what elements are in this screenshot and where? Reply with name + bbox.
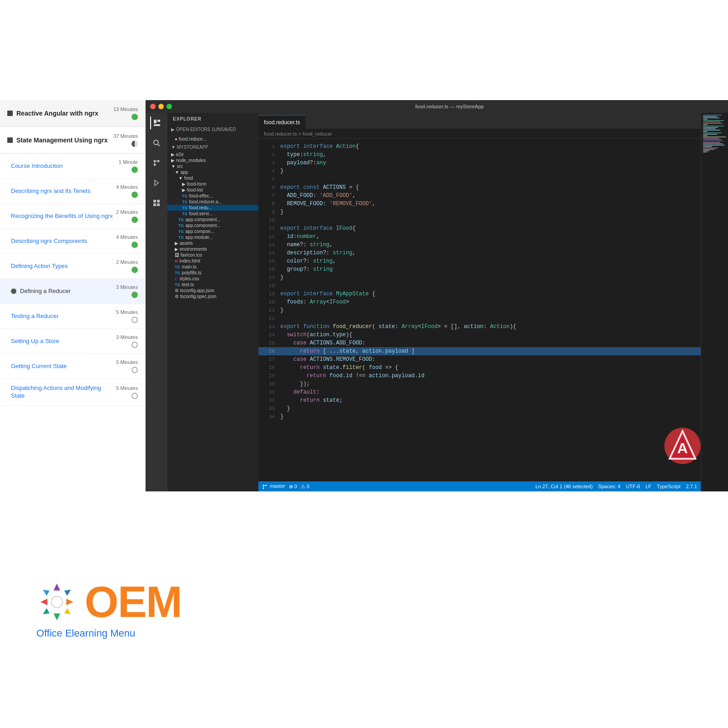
file-tsconfig-spec[interactable]: ⚙ tsconfig.spec.json bbox=[167, 293, 258, 299]
editor-area: food.reducer.ts — myStoreApp bbox=[146, 100, 728, 491]
version: 2.7.1 bbox=[686, 484, 697, 489]
lesson-testing-reducer[interactable]: Testing a Reducer 5 Minutes bbox=[0, 304, 145, 329]
file-food-service[interactable]: TS food.servi... bbox=[167, 211, 258, 217]
lesson-title: Course Introduction bbox=[11, 162, 62, 170]
file-food-effect[interactable]: TS food-effec... bbox=[167, 193, 258, 199]
oem-subtitle-area: Office Elearning Menu bbox=[36, 627, 135, 639]
file-app-module[interactable]: TS app.module... bbox=[167, 234, 258, 240]
lesson-duration: 5 Minutes bbox=[116, 309, 138, 315]
file-test-ts[interactable]: TS test.ts bbox=[167, 282, 258, 288]
file-favicon[interactable]: 🖼 favicon.ico bbox=[167, 252, 258, 258]
folder-app[interactable]: ▼ app bbox=[167, 169, 258, 175]
section-expand-icon bbox=[7, 137, 13, 143]
search-icon[interactable] bbox=[150, 136, 163, 149]
file-tsconfig-app[interactable]: ⚙ tsconfig.app.json bbox=[167, 288, 258, 293]
lesson-dispatching-actions[interactable]: Dispatching Actions and Modifying State … bbox=[0, 379, 145, 406]
svg-rect-9 bbox=[157, 200, 160, 202]
status-dot-green bbox=[131, 114, 138, 120]
code-editor: food.reducer.ts food.reducer.ts > food_r… bbox=[258, 113, 701, 491]
file-food-reducer[interactable]: TS food.redu... bbox=[167, 205, 258, 211]
editor-tabs: food.reducer.ts bbox=[258, 113, 701, 129]
section-state-management[interactable]: State Management Using ngrx 37 Minutes bbox=[0, 127, 145, 154]
status-dot bbox=[131, 192, 138, 198]
folder-assets[interactable]: ▶ assets bbox=[167, 240, 258, 246]
lesson-defining-reducer[interactable]: Defining a Reducer 3 Minutes bbox=[0, 279, 145, 304]
file-food-reducer-a[interactable]: TS food.reducer.a... bbox=[167, 199, 258, 205]
close-button[interactable] bbox=[150, 104, 156, 109]
git-icon[interactable] bbox=[150, 157, 163, 169]
svg-rect-11 bbox=[157, 203, 160, 206]
active-bullet bbox=[11, 288, 16, 294]
activity-bar bbox=[146, 113, 167, 491]
folder-e2e[interactable]: ▶ e2e bbox=[167, 152, 258, 157]
code-content[interactable]: 1export interface Action{ 2 type:string,… bbox=[258, 139, 701, 481]
svg-marker-20 bbox=[63, 587, 72, 596]
folder-food-form[interactable]: ▶ food-form bbox=[167, 181, 258, 187]
code-line: 27 case ACTIONS.REMOVE_FOOD: bbox=[258, 355, 701, 364]
status-dot bbox=[131, 167, 138, 173]
status-bar: master ⊗ 0 ⚠ 0 Ln 27, Col 1 (46 selected… bbox=[258, 481, 701, 491]
top-space bbox=[0, 0, 728, 100]
svg-point-14 bbox=[263, 487, 264, 489]
lesson-setting-up-store[interactable]: Setting Up a Store 3 Minutes bbox=[0, 329, 145, 354]
file-app-component-3[interactable]: TS app.compon... bbox=[167, 228, 258, 234]
lesson-describing-components[interactable]: Describing ngrx Components 4 Minutes bbox=[0, 229, 145, 254]
file-main-ts[interactable]: TS main.ts bbox=[167, 264, 258, 270]
active-tab[interactable]: food.reducer.ts bbox=[258, 115, 306, 129]
svg-marker-19 bbox=[54, 584, 60, 591]
oem-top: OEM bbox=[36, 580, 182, 624]
lesson-title: Recognizing the Benefits of Using ngrx bbox=[11, 212, 113, 220]
file-index-html[interactable]: H index.html bbox=[167, 258, 258, 264]
code-line: 11export interface IFood{ bbox=[258, 224, 701, 233]
lesson-title: Describing ngrx and Its Tenets bbox=[11, 187, 91, 195]
file-polyfills[interactable]: TS polyfills.ts bbox=[167, 270, 258, 276]
svg-point-5 bbox=[154, 160, 156, 162]
svg-rect-2 bbox=[154, 124, 160, 126]
lesson-duration: 4 Minutes bbox=[116, 184, 138, 190]
file-app-component-1[interactable]: TS app.component... bbox=[167, 217, 258, 222]
svg-marker-26 bbox=[42, 587, 51, 596]
svg-point-3 bbox=[154, 140, 158, 145]
lesson-course-intro[interactable]: Course Introduction 1 Minute bbox=[0, 154, 145, 179]
lesson-duration: 1 Minute bbox=[119, 159, 138, 165]
status-left: master ⊗ 0 ⚠ 0 bbox=[262, 483, 309, 489]
code-line: 4} bbox=[258, 167, 701, 175]
debug-icon[interactable] bbox=[150, 177, 163, 189]
lesson-duration: 2 Minutes bbox=[116, 259, 138, 265]
lesson-recognizing-benefits[interactable]: Recognizing the Benefits of Using ngrx 2… bbox=[0, 204, 145, 229]
extensions-icon[interactable] bbox=[150, 197, 163, 209]
file-app-component-2[interactable]: TS app.component... bbox=[167, 222, 258, 228]
folder-environments[interactable]: ▶ environments bbox=[167, 246, 258, 252]
svg-rect-8 bbox=[153, 200, 156, 202]
status-right: Ln 27, Col 1 (46 selected) Spaces: 4 UTF… bbox=[536, 484, 697, 489]
section-meta: 13 Minutes bbox=[113, 106, 138, 120]
open-editors-section[interactable]: ▶ OPEN EDITORS 1UNSAVED bbox=[167, 125, 258, 134]
folder-food[interactable]: ▼ food bbox=[167, 175, 258, 181]
breadcrumb: food.reducer.ts > food_reducer bbox=[258, 129, 701, 139]
oem-text-area: OEM bbox=[85, 580, 182, 624]
oem-logo: OEM Office Elearning Menu bbox=[36, 580, 182, 639]
folder-food-list[interactable]: ▶ food-list bbox=[167, 187, 258, 193]
code-line: 12 id:number, bbox=[258, 233, 701, 241]
file-styles-css[interactable]: C styles.css bbox=[167, 276, 258, 282]
folder-node-modules[interactable]: ▶ node_modules bbox=[167, 157, 258, 163]
code-line: 18 bbox=[258, 282, 701, 290]
section-title: Reactive Angular with ngrx bbox=[16, 110, 98, 117]
code-line: 22 bbox=[258, 314, 701, 323]
explorer-icon[interactable] bbox=[150, 116, 163, 129]
minimize-button[interactable] bbox=[158, 104, 164, 109]
lesson-describing-ngrx[interactable]: Describing ngrx and Its Tenets 4 Minutes bbox=[0, 179, 145, 204]
section-reactive-angular[interactable]: Reactive Angular with ngrx 13 Minutes bbox=[0, 100, 145, 127]
project-section[interactable]: ▼ MYSTOREAPP bbox=[167, 143, 258, 152]
maximize-button[interactable] bbox=[167, 104, 172, 109]
code-line: 19export interface MyAppState { bbox=[258, 290, 701, 298]
lesson-duration: 4 Minutes bbox=[116, 234, 138, 240]
open-file-1[interactable]: ● food.reduce... bbox=[167, 134, 258, 143]
editor-layout: EXPLORER ▶ OPEN EDITORS 1UNSAVED ● food.… bbox=[146, 113, 728, 491]
lesson-duration: 3 Minutes bbox=[116, 284, 138, 290]
lesson-defining-action-types[interactable]: Defining Action Types 2 Minutes bbox=[0, 254, 145, 279]
lesson-getting-current-state[interactable]: Getting Current State 5 Minutes bbox=[0, 354, 145, 379]
code-line: 30 }); bbox=[258, 380, 701, 388]
folder-src[interactable]: ▼ src bbox=[167, 163, 258, 169]
svg-rect-10 bbox=[153, 203, 156, 206]
